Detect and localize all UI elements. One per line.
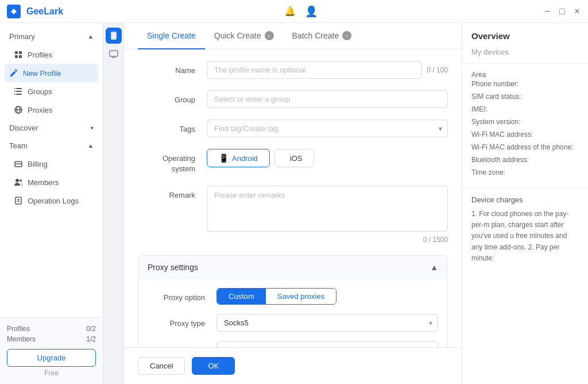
form-content: Name 0 / 100 Group — [124, 49, 462, 347]
imei-label: IMEI: — [471, 105, 579, 113]
tab-batch-label: Batch Create — [292, 31, 339, 40]
minimize-button[interactable]: − — [543, 7, 551, 16]
ios-label: iOS — [290, 154, 303, 163]
sidebar-section-team[interactable]: Team ▲ — [0, 137, 103, 155]
sidebar-item-profiles[interactable]: Profiles — [0, 45, 103, 64]
tab-batch-create[interactable]: Batch Create − — [283, 23, 361, 49]
ip-channel-label: IP query channel — [148, 341, 216, 347]
sidebar-team-label: Team — [9, 141, 28, 150]
proxy-type-field: Socks5 HTTP HTTPS SOCKS4 — [216, 314, 438, 332]
name-row: Name 0 / 100 — [138, 61, 448, 79]
svg-rect-5 — [16, 91, 22, 92]
os-row: Operating system 📱 Android iOS — [138, 149, 448, 174]
tab-single-create[interactable]: Single Create — [138, 23, 205, 49]
sidebar-profiles-label: Profiles — [28, 51, 52, 59]
desktop-view-button[interactable] — [106, 46, 122, 62]
svg-rect-2 — [15, 55, 18, 58]
remark-label: Remark — [138, 186, 207, 201]
cancel-button[interactable]: Cancel — [138, 357, 185, 375]
sidebar-discover-label: Discover — [9, 124, 38, 132]
remark-textarea[interactable] — [207, 186, 448, 232]
main-layout: Primary ▲ Profiles New Profile Group — [0, 23, 588, 384]
globe-icon — [14, 105, 23, 114]
proxy-type-label: Proxy type — [148, 314, 216, 329]
tags-input[interactable] — [207, 120, 448, 137]
logs-icon — [14, 196, 23, 205]
sidebar-item-members[interactable]: Members — [0, 173, 103, 191]
android-label: Android — [232, 154, 258, 163]
edit-icon — [9, 68, 18, 78]
user-icon[interactable]: 👤 — [305, 5, 318, 18]
content-area: Single Create Quick Create − Batch Creat… — [124, 23, 588, 384]
proxy-type-select[interactable]: Socks5 HTTP HTTPS SOCKS4 — [216, 314, 438, 332]
tab-quick-label: Quick Create — [214, 31, 261, 40]
proxy-type-row: Proxy type Socks5 HTTP HTTPS SOCKS4 — [148, 314, 438, 332]
sidebar-groups-label: Groups — [28, 87, 52, 96]
sidebar-section-primary[interactable]: Primary ▲ — [0, 28, 103, 45]
chevron-up-icon-2: ▲ — [88, 143, 94, 149]
group-row: Group — [138, 90, 448, 108]
grid-icon — [14, 50, 23, 59]
tab-quick-create[interactable]: Quick Create − — [205, 23, 283, 49]
bluetooth-label: Bluetooth address: — [471, 156, 579, 164]
upgrade-button[interactable]: Upgrade — [7, 349, 96, 367]
svg-rect-22 — [110, 51, 118, 56]
name-label: Name — [138, 61, 207, 76]
custom-proxy-button[interactable]: Custom — [217, 289, 266, 304]
sidebar-item-proxies[interactable]: Proxies — [0, 101, 103, 119]
phone-number-field: Phone number: — [471, 80, 579, 88]
svg-rect-17 — [16, 197, 21, 204]
close-button[interactable]: × — [573, 7, 581, 16]
footer-profiles-row: Profiles 0/2 — [7, 325, 96, 333]
group-input[interactable] — [207, 90, 448, 108]
sidebar-section-discover[interactable]: Discover ▾ — [0, 119, 103, 137]
sidebar-primary-label: Primary — [9, 32, 35, 41]
svg-point-16 — [20, 179, 22, 182]
maximize-button[interactable]: □ — [558, 7, 566, 16]
sim-status-label: SIM card status: — [471, 93, 579, 101]
proxy-option-buttons: Custom Saved proxies — [216, 288, 336, 305]
proxy-option-row: Proxy option Custom Saved proxies — [148, 288, 438, 305]
name-input[interactable] — [207, 61, 422, 79]
list-icon — [14, 87, 23, 96]
ok-button[interactable]: OK — [192, 357, 235, 375]
system-version-field: System version: — [471, 118, 579, 126]
tags-row: Tags ▾ — [138, 120, 448, 137]
sidebar-footer: Profiles 0/2 Members 1/2 Upgrade Free — [0, 317, 103, 384]
phone-number-label: Phone number: — [471, 80, 579, 88]
sidebar-item-groups[interactable]: Groups — [0, 82, 103, 101]
sim-status-field: SIM card status: — [471, 93, 579, 101]
svg-point-15 — [16, 179, 19, 182]
collapse-icon: ▲ — [430, 263, 438, 272]
ip-channel-field: IP2Location ipinfo.io ipapi.co — [216, 341, 438, 347]
overview-panel: Overview My devices Area Phone number: S… — [462, 23, 588, 384]
notification-icon[interactable]: 🔔 — [284, 6, 296, 17]
proxy-section-title: Proxy settings — [148, 263, 198, 272]
proxy-section-header[interactable]: Proxy settings ▲ — [138, 256, 447, 279]
members-icon — [14, 178, 23, 187]
os-field: 📱 Android iOS — [207, 149, 448, 167]
ios-button[interactable]: iOS — [274, 149, 315, 167]
svg-rect-1 — [19, 51, 22, 54]
svg-point-7 — [14, 88, 16, 89]
view-switcher — [103, 23, 124, 384]
sidebar-billing-label: Billing — [28, 160, 48, 168]
remark-charcount: 0 / 1500 — [207, 236, 448, 244]
sidebar-item-new-profile[interactable]: New Profile — [5, 64, 98, 82]
sidebar-item-operation-logs[interactable]: Operation Logs — [0, 191, 103, 210]
android-button[interactable]: 📱 Android — [207, 149, 270, 167]
proxy-section: Proxy settings ▲ Proxy option Custom Sav… — [138, 255, 448, 347]
wifi-mac-phone-field: Wi-Fi MAC address of the phone: — [471, 143, 579, 151]
os-buttons: 📱 Android iOS — [207, 149, 448, 167]
tabs-row: Single Create Quick Create − Batch Creat… — [124, 23, 462, 49]
wifi-mac-label: Wi-Fi MAC address: — [471, 130, 579, 139]
sidebar-item-billing[interactable]: Billing — [0, 155, 103, 173]
ip-channel-select[interactable]: IP2Location ipinfo.io ipapi.co — [216, 341, 438, 347]
titlebar-left: GeeLark — [7, 5, 63, 18]
saved-proxies-button[interactable]: Saved proxies — [266, 289, 336, 304]
chevron-up-icon: ▲ — [88, 33, 94, 40]
sidebar-members-label: Members — [28, 178, 59, 187]
footer-profiles-value: 0/2 — [86, 325, 96, 333]
app-title: GeeLark — [26, 6, 63, 17]
mobile-view-button[interactable] — [106, 28, 122, 44]
